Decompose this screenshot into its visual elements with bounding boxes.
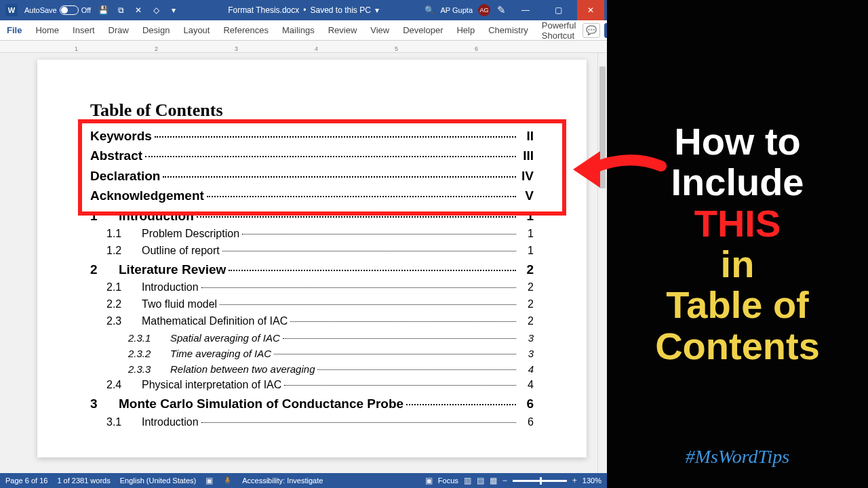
eraser-icon[interactable]: ◇ (151, 5, 161, 16)
overlay-headline: How to Include THIS in Table of Contents (655, 121, 820, 367)
toc-entry[interactable]: 2.3.2Time averaging of IAC3 (90, 346, 534, 361)
highlight-rectangle (78, 119, 566, 216)
toc-leader (290, 321, 516, 322)
doc-name: Format Thesis.docx (228, 5, 299, 15)
tab-chemistry[interactable]: Chemistry (481, 20, 535, 40)
toc-title: Introduction (142, 279, 199, 296)
qa-dropdown-icon[interactable]: ▾ (168, 5, 179, 16)
web-layout-icon[interactable]: ▦ (490, 476, 497, 485)
toggle-pill-icon (60, 5, 79, 15)
tab-developer[interactable]: Developer (396, 20, 450, 40)
toc-title: Monte Carlo Simulation of Conductance Pr… (119, 394, 403, 413)
toc-entry[interactable]: 2Literature Review2 (90, 260, 534, 279)
toc-page: 6 (519, 414, 534, 431)
status-zoom[interactable]: 130% (583, 476, 601, 485)
avatar[interactable]: AG (478, 4, 490, 16)
close-doc-icon[interactable]: ✕ (133, 5, 144, 16)
tab-draw[interactable]: Draw (102, 20, 136, 40)
toc-entry[interactable]: 2.4Physical interpretation of IAC4 (90, 377, 534, 394)
toc-leader (220, 304, 516, 305)
tab-design[interactable]: Design (136, 20, 176, 40)
toc-entry[interactable]: 2.1Introduction2 (90, 279, 534, 296)
zoom-slider[interactable] (513, 480, 567, 482)
maximize-button[interactable]: ▢ (545, 0, 572, 20)
toc-title: Time averaging of IAC (170, 346, 271, 361)
toc-entry[interactable]: 1.1Problem Description1 (90, 226, 534, 243)
toc-page: 3 (519, 346, 534, 361)
toc-page: 4 (519, 377, 534, 394)
toc-entry[interactable]: 2.3.3Relation between two averaging4 (90, 361, 534, 377)
toc-number: 3.1 (106, 414, 142, 431)
toc-leader (406, 404, 516, 405)
tab-file[interactable]: File (0, 20, 28, 40)
tab-home[interactable]: Home (28, 20, 66, 40)
horizontal-ruler[interactable]: 123456 (0, 41, 607, 53)
read-mode-icon[interactable]: ▥ (464, 476, 471, 485)
tab-insert[interactable]: Insert (66, 20, 102, 40)
toc-number: 2.3 (106, 313, 142, 330)
status-access[interactable]: Accessibility: Investigate (242, 476, 323, 485)
toc-entry[interactable]: 1.2Outline of report1 (90, 243, 534, 260)
toc-page: 3 (519, 330, 534, 346)
ribbon-tab-strip: FileHomeInsertDrawDesignLayoutReferences… (0, 20, 607, 41)
toc-entry[interactable]: 3Monte Carlo Simulation of Conductance P… (90, 394, 534, 413)
ruler-tick-6: 6 (475, 45, 478, 52)
pen-touch-icon[interactable]: ✎ (496, 5, 507, 16)
toc-entry[interactable]: 2.2Two fluid model2 (90, 296, 534, 313)
status-page[interactable]: Page 6 of 16 (5, 476, 47, 485)
vertical-scrollbar[interactable] (597, 53, 607, 473)
status-focus[interactable]: Focus (438, 476, 458, 485)
document-title[interactable]: Format Thesis.docx • Saved to this PC ▾ (228, 5, 379, 15)
tab-references[interactable]: References (216, 20, 275, 40)
zoom-in-icon[interactable]: + (572, 476, 577, 485)
toc-leader (197, 216, 516, 218)
toc-number: 2.4 (106, 377, 142, 394)
tab-help[interactable]: Help (450, 20, 481, 40)
overlay-hashtag: #MsWordTips (686, 446, 790, 468)
tab-review[interactable]: Review (321, 20, 364, 40)
toc-page: 2 (519, 279, 534, 296)
status-lang[interactable]: English (United States) (120, 476, 197, 485)
tab-layout[interactable]: Layout (176, 20, 216, 40)
toc-entry[interactable]: 2.3Mathematical Definition of IAC2 (90, 313, 534, 330)
toc-number: 1.1 (106, 226, 142, 243)
focus-icon[interactable]: ▣ (425, 476, 433, 485)
save-icon[interactable]: 💾 (98, 5, 108, 16)
print-layout-icon[interactable]: ▤ (477, 476, 484, 485)
overlay-line1: How to (655, 121, 820, 162)
chevron-down-icon: ▾ (375, 5, 379, 15)
toc-number: 3 (90, 394, 119, 413)
accessibility-icon[interactable]: 🧍 (222, 476, 233, 485)
toc-page: 1 (519, 243, 534, 260)
tab-mailings[interactable]: Mailings (275, 20, 321, 40)
new-window-icon[interactable]: ⧉ (115, 5, 126, 16)
toc-title: Outline of report (142, 243, 220, 260)
overlay-line6: Contents (655, 326, 820, 367)
comments-button[interactable]: 💬 (583, 23, 600, 38)
toc-number: 2 (90, 260, 119, 279)
toc-leader (229, 270, 516, 271)
zoom-out-icon[interactable]: − (502, 476, 507, 485)
search-icon[interactable]: 🔍 (425, 5, 435, 16)
close-button[interactable]: ✕ (577, 0, 604, 20)
autosave-toggle[interactable]: AutoSave Off (24, 5, 91, 15)
toc-leader (317, 369, 516, 370)
toc-title: Problem Description (142, 226, 239, 243)
overlay-line2: Include (655, 162, 820, 203)
minimize-button[interactable]: — (512, 0, 539, 20)
tab-view[interactable]: View (363, 20, 396, 40)
ruler-tick-2: 2 (155, 45, 158, 52)
ruler-tick-3: 3 (235, 45, 238, 52)
toc-leader (274, 354, 516, 354)
status-words[interactable]: 1 of 2381 words (57, 476, 110, 485)
title-bar: W AutoSave Off 💾 ⧉ ✕ ◇ ▾ Format Thesis.d… (0, 0, 607, 20)
toc-entry[interactable]: 3.1Introduction6 (90, 414, 534, 431)
toc-page: 2 (519, 313, 534, 330)
toc-entry[interactable]: 2.3.1Spatial averaging of IAC3 (90, 330, 534, 346)
user-name[interactable]: AP Gupta (441, 6, 473, 14)
tab-powerful-shortcut[interactable]: Powerful Shortcut (535, 20, 583, 40)
toc-title: Introduction (142, 414, 199, 431)
document-canvas[interactable]: Table of Contents KeywordsIIAbstractIIID… (0, 53, 607, 473)
scroll-thumb[interactable] (599, 66, 606, 188)
macro-icon[interactable]: ▣ (205, 476, 213, 485)
